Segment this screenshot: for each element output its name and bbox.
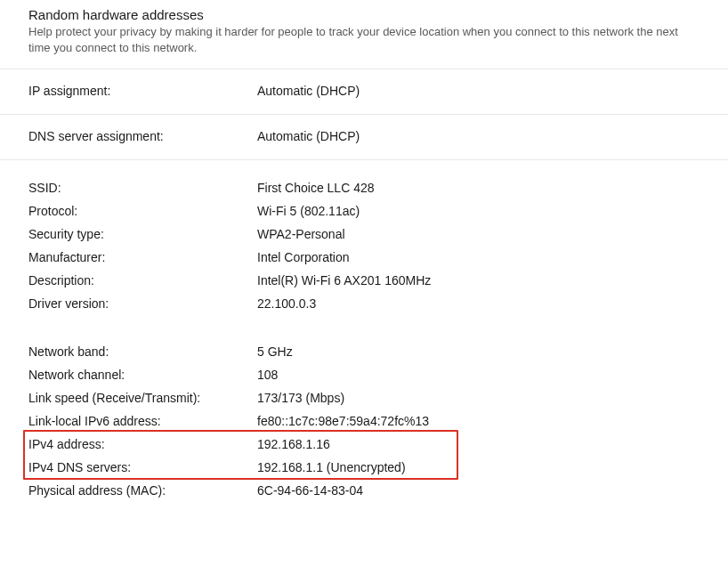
protocol-label: Protocol: <box>28 204 257 218</box>
ip-assignment-label: IP assignment: <box>28 84 257 98</box>
ipv6-address-value: fe80::1c7c:98e7:59a4:72fc%13 <box>257 414 429 428</box>
manufacturer-label: Manufacturer: <box>28 250 257 264</box>
random-mac-desc: Help protect your privacy by making it h… <box>28 24 700 56</box>
ipv6-address-row: Link-local IPv6 address: fe80::1c7c:98e7… <box>28 409 700 433</box>
mac-address-value: 6C-94-66-14-83-04 <box>257 483 363 498</box>
network-band-label: Network band: <box>28 344 257 359</box>
description-label: Description: <box>28 273 257 288</box>
network-band-row: Network band: 5 GHz <box>28 340 700 363</box>
network-channel-label: Network channel: <box>28 368 257 382</box>
protocol-value: Wi-Fi 5 (802.11ac) <box>257 204 360 218</box>
manufacturer-row: Manufacturer: Intel Corporation <box>28 246 700 269</box>
link-speed-label: Link speed (Receive/Transmit): <box>28 391 257 405</box>
description-row: Description: Intel(R) Wi-Fi 6 AX201 160M… <box>28 269 700 292</box>
ssid-row: SSID: First Choice LLC 428 <box>28 176 700 199</box>
ipv4-dns-row: IPv4 DNS servers: 192.168.1.1 (Unencrypt… <box>28 456 700 479</box>
ipv4-dns-label: IPv4 DNS servers: <box>28 460 257 474</box>
random-mac-header: Random hardware addresses Help protect y… <box>0 7 728 69</box>
dns-assignment-row[interactable]: DNS server assignment: Automatic (DHCP) <box>0 115 728 159</box>
protocol-row: Protocol: Wi-Fi 5 (802.11ac) <box>28 199 700 223</box>
network-details: SSID: First Choice LLC 428 Protocol: Wi-… <box>0 160 728 507</box>
ssid-value: First Choice LLC 428 <box>257 181 375 195</box>
ip-assignment-value: Automatic (DHCP) <box>257 84 360 98</box>
random-mac-title: Random hardware addresses <box>28 7 700 22</box>
link-speed-row: Link speed (Receive/Transmit): 173/173 (… <box>28 386 700 409</box>
ipv4-address-row: IPv4 address: 192.168.1.16 <box>28 433 700 456</box>
spacer <box>28 315 700 340</box>
description-value: Intel(R) Wi-Fi 6 AX201 160MHz <box>257 273 431 288</box>
ipv4-address-label: IPv4 address: <box>28 437 257 451</box>
ssid-label: SSID: <box>28 181 257 195</box>
network-channel-row: Network channel: 108 <box>28 363 700 386</box>
dns-assignment-label: DNS server assignment: <box>28 129 257 143</box>
security-type-value: WPA2-Personal <box>257 227 345 241</box>
security-type-label: Security type: <box>28 227 257 241</box>
driver-version-value: 22.100.0.3 <box>257 296 316 311</box>
link-speed-value: 173/173 (Mbps) <box>257 391 344 405</box>
driver-version-label: Driver version: <box>28 296 257 311</box>
ip-assignment-row[interactable]: IP assignment: Automatic (DHCP) <box>0 69 728 114</box>
driver-version-row: Driver version: 22.100.0.3 <box>28 292 700 315</box>
dns-assignment-value: Automatic (DHCP) <box>257 129 360 143</box>
network-channel-value: 108 <box>257 368 278 382</box>
network-band-value: 5 GHz <box>257 344 293 359</box>
ipv6-address-label: Link-local IPv6 address: <box>28 414 257 428</box>
mac-address-row: Physical address (MAC): 6C-94-66-14-83-0… <box>28 479 700 502</box>
security-type-row: Security type: WPA2-Personal <box>28 223 700 246</box>
manufacturer-value: Intel Corporation <box>257 250 350 264</box>
ipv4-address-value: 192.168.1.16 <box>257 437 330 451</box>
ipv4-dns-value: 192.168.1.1 (Unencrypted) <box>257 460 406 474</box>
mac-address-label: Physical address (MAC): <box>28 483 257 498</box>
